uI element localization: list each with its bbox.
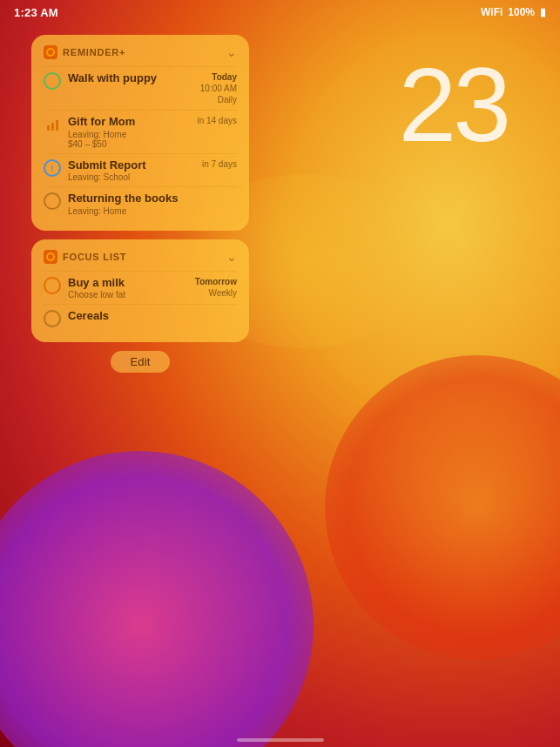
status-time: 1:23 AM xyxy=(14,6,58,19)
bar2 xyxy=(51,123,54,131)
reminder-name: Buy a milk xyxy=(68,276,192,290)
reminder-app-icon-inner xyxy=(46,48,55,57)
list-item[interactable]: Gift for Mom Leaving: Home$40 – $50 in 1… xyxy=(44,110,237,153)
check-circle-orange[interactable] xyxy=(44,277,61,294)
focus-widget[interactable]: FOCUS LIST ⌄ Buy a milk Choose low fat T… xyxy=(31,239,249,343)
reminder-name: Returning the books xyxy=(68,192,237,205)
list-item[interactable]: Walk with puppy Today 10:00 AM Daily xyxy=(44,66,237,110)
reminder-text: Walk with puppy xyxy=(68,71,197,85)
list-item[interactable]: ! Submit Report Leaving: School in 7 day… xyxy=(44,153,237,187)
focus-header-left: FOCUS LIST xyxy=(44,250,126,264)
list-item[interactable]: Returning the books Leaving: Home xyxy=(44,186,237,220)
reminder-text: Buy a milk Choose low fat xyxy=(68,276,192,300)
reminder-widget-title: REMINDER+ xyxy=(63,47,125,57)
reminder-widget[interactable]: REMINDER+ ⌄ Walk with puppy Today 10:00 … xyxy=(31,35,249,231)
focus-widget-header: FOCUS LIST ⌄ xyxy=(44,250,237,264)
reminder-text: Gift for Mom Leaving: Home$40 – $50 xyxy=(68,115,193,149)
focus-app-icon-inner xyxy=(46,252,55,261)
focus-widget-title: FOCUS LIST xyxy=(63,252,126,262)
check-circle-gray[interactable] xyxy=(44,192,61,210)
status-right: WiFi 100% ▮ xyxy=(481,6,546,18)
reminder-name: Submit Report xyxy=(68,158,199,172)
check-circle-green[interactable] xyxy=(44,72,61,90)
signal-text: 100% xyxy=(508,6,535,18)
reminder-sub: Leaving: Home$40 – $50 xyxy=(68,130,193,149)
bar1 xyxy=(47,125,50,131)
wifi-icon: WiFi xyxy=(481,6,503,18)
reminder-sub: Leaving: Home xyxy=(68,206,237,216)
reminder-header-left: REMINDER+ xyxy=(44,45,125,59)
battery-icon: ▮ xyxy=(540,6,546,18)
reminder-text: Cereals xyxy=(68,309,237,323)
reminder-meta: in 14 days xyxy=(197,115,237,126)
focus-app-icon xyxy=(44,250,57,264)
reminder-name: Gift for Mom xyxy=(68,115,193,129)
reminder-text: Submit Report Leaving: School xyxy=(68,158,199,183)
reminder-name: Cereals xyxy=(68,309,237,323)
bar3 xyxy=(56,120,58,131)
focus-chevron-icon[interactable]: ⌄ xyxy=(226,250,237,264)
edit-button[interactable]: Edit xyxy=(111,351,169,373)
check-circle-gray[interactable] xyxy=(44,310,61,327)
list-item[interactable]: Buy a milk Choose low fat Tomorrow Weekl… xyxy=(44,271,237,305)
reminder-meta: Tomorrow Weekly xyxy=(195,276,237,299)
check-circle-blue[interactable]: ! xyxy=(44,159,61,177)
reminder-chevron-icon[interactable]: ⌄ xyxy=(226,45,237,59)
reminder-app-icon xyxy=(44,45,57,59)
reminder-sub: Choose low fat xyxy=(68,290,192,299)
check-circle-bars[interactable] xyxy=(44,116,61,133)
reminder-name: Walk with puppy xyxy=(68,71,197,85)
reminder-widget-header: REMINDER+ ⌄ xyxy=(44,45,237,59)
reminder-text: Returning the books Leaving: Home xyxy=(68,192,237,216)
clock-area: 23 xyxy=(399,52,508,157)
home-indicator xyxy=(237,738,324,742)
status-bar: 1:23 AM WiFi 100% ▮ xyxy=(0,0,560,24)
bars-icon xyxy=(47,118,58,131)
reminder-meta: in 7 days xyxy=(202,158,237,170)
list-item[interactable]: Cereals xyxy=(44,304,237,332)
reminder-meta: Today 10:00 AM Daily xyxy=(200,71,237,105)
reminder-sub: Leaving: School xyxy=(68,172,199,182)
widgets-container: REMINDER+ ⌄ Walk with puppy Today 10:00 … xyxy=(31,35,249,373)
clock-number: 23 xyxy=(399,52,508,157)
